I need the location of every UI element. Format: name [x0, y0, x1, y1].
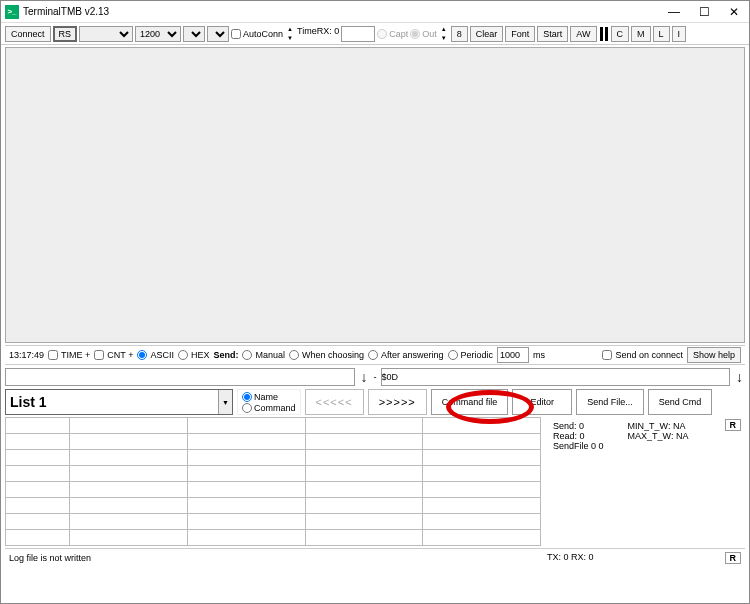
- stopbits-select[interactable]: 1: [207, 26, 229, 42]
- i-button[interactable]: I: [672, 26, 687, 42]
- table-row: [6, 498, 541, 514]
- period-input[interactable]: [497, 347, 529, 363]
- table-row: [6, 450, 541, 466]
- send-file-button[interactable]: Send File...: [576, 389, 644, 415]
- read-count-label: Read: 0: [553, 431, 604, 441]
- autoconn-checkbox[interactable]: AutoConn: [231, 26, 283, 42]
- table-row: [6, 530, 541, 546]
- start-button[interactable]: Start: [537, 26, 568, 42]
- databits-select[interactable]: 8: [183, 26, 205, 42]
- send-cmd-button[interactable]: Send Cmd: [648, 389, 713, 415]
- send-count-label: Send: 0: [553, 421, 604, 431]
- log-status-label: Log file is not written: [5, 553, 541, 563]
- port-select[interactable]: [79, 26, 133, 42]
- spin-up-icon[interactable]: ▲: [439, 26, 449, 33]
- window-controls: — ☐ ✕: [659, 2, 749, 22]
- command-radio[interactable]: Command: [242, 403, 296, 413]
- when-choosing-radio[interactable]: When choosing: [289, 350, 364, 360]
- m-button[interactable]: M: [631, 26, 651, 42]
- reset-txrx-button[interactable]: R: [725, 552, 742, 564]
- name-radio[interactable]: Name: [242, 392, 296, 402]
- max-tw-label: MAX_T_W: NA: [628, 431, 689, 441]
- list-name-label: List 1: [10, 394, 47, 410]
- settings-row: 13:17:49 TIME + CNT + ASCII HEX Send: Ma…: [5, 345, 745, 365]
- min-tw-label: MIN_T_W: NA: [628, 421, 689, 431]
- next-button[interactable]: >>>>>: [368, 389, 427, 415]
- close-button[interactable]: ✕: [719, 2, 749, 22]
- name-command-radios: Name Command: [237, 389, 301, 415]
- capt-radio[interactable]: Capt: [377, 26, 408, 42]
- connect-button[interactable]: Connect: [5, 26, 51, 42]
- ascii-radio[interactable]: ASCII: [137, 350, 174, 360]
- autoconn-down-icon[interactable]: ▼: [285, 35, 295, 42]
- table-row: [6, 466, 541, 482]
- rs-button[interactable]: RS: [53, 26, 78, 42]
- window-title: TerminalTMB v2.13: [23, 6, 109, 17]
- minimize-button[interactable]: —: [659, 2, 689, 22]
- hex-radio[interactable]: HEX: [178, 350, 210, 360]
- table-row: [6, 434, 541, 450]
- command-grid[interactable]: [5, 417, 541, 546]
- manual-radio[interactable]: Manual: [242, 350, 285, 360]
- pause-icon: [599, 26, 609, 42]
- after-answering-radio[interactable]: After answering: [368, 350, 444, 360]
- action-row: List 1 ▼ Name Command <<<<< >>>>> Comman…: [5, 389, 745, 415]
- lower-panel: R Send: 0 Read: 0 SendFile 0 0 MIN_T_W: …: [5, 417, 745, 546]
- suffix-input[interactable]: [381, 368, 731, 386]
- show-help-button[interactable]: Show help: [687, 347, 741, 363]
- clock-label: 13:17:49: [9, 350, 44, 360]
- editor-button[interactable]: Editor: [512, 389, 572, 415]
- titlebar: >_ TerminalTMB v2.13 — ☐ ✕: [1, 1, 749, 23]
- autoconn-up-icon[interactable]: ▲: [285, 26, 295, 33]
- prefix-label: -: [374, 372, 377, 382]
- reset-stats-button[interactable]: R: [725, 419, 742, 431]
- sendfile-count-label: SendFile 0 0: [553, 441, 604, 451]
- cmd-updown-icon[interactable]: ↓: [359, 369, 370, 385]
- time-plus-checkbox[interactable]: TIME +: [48, 350, 90, 360]
- stats-panel: R Send: 0 Read: 0 SendFile 0 0 MIN_T_W: …: [547, 417, 745, 546]
- prev-button[interactable]: <<<<<: [305, 389, 364, 415]
- clear-button[interactable]: Clear: [470, 26, 504, 42]
- font-button[interactable]: Font: [505, 26, 535, 42]
- table-row: [6, 482, 541, 498]
- chevron-down-icon: ▼: [218, 390, 232, 414]
- maximize-button[interactable]: ☐: [689, 2, 719, 22]
- table-row: [6, 514, 541, 530]
- list-dropdown[interactable]: List 1 ▼: [5, 389, 233, 415]
- statusbar: Log file is not written TX: 0 RX: 0 R: [5, 548, 745, 566]
- command-file-button[interactable]: Command file: [431, 389, 509, 415]
- table-row: [6, 418, 541, 434]
- eight-button[interactable]: 8: [451, 26, 468, 42]
- suffix-updown-icon[interactable]: ↓: [734, 369, 745, 385]
- periodic-radio[interactable]: Periodic: [448, 350, 494, 360]
- command-grid-wrap: [5, 417, 541, 546]
- terminal-output[interactable]: [5, 47, 745, 343]
- timerx-label: TimeRX: 0: [297, 26, 339, 42]
- spin-down-icon[interactable]: ▼: [439, 35, 449, 42]
- cnt-plus-checkbox[interactable]: CNT +: [94, 350, 133, 360]
- c-button[interactable]: C: [611, 26, 630, 42]
- aw-button[interactable]: AW: [570, 26, 596, 42]
- command-input-row: ↓ - ↓: [5, 367, 745, 387]
- send-label: Send:: [213, 350, 238, 360]
- send-on-connect-checkbox[interactable]: Send on connect: [602, 350, 683, 360]
- command-input[interactable]: [5, 368, 355, 386]
- ms-label: ms: [533, 350, 545, 360]
- app-icon: >_: [5, 5, 19, 19]
- baud-select[interactable]: 1200: [135, 26, 181, 42]
- out-radio[interactable]: Out: [410, 26, 437, 42]
- toolbar: Connect RS 1200 8 1 AutoConn ▲ ▼ TimeRX:…: [1, 23, 749, 45]
- timerx-input[interactable]: [341, 26, 375, 42]
- txrx-label: TX: 0 RX: 0: [547, 552, 594, 564]
- l-button[interactable]: L: [653, 26, 670, 42]
